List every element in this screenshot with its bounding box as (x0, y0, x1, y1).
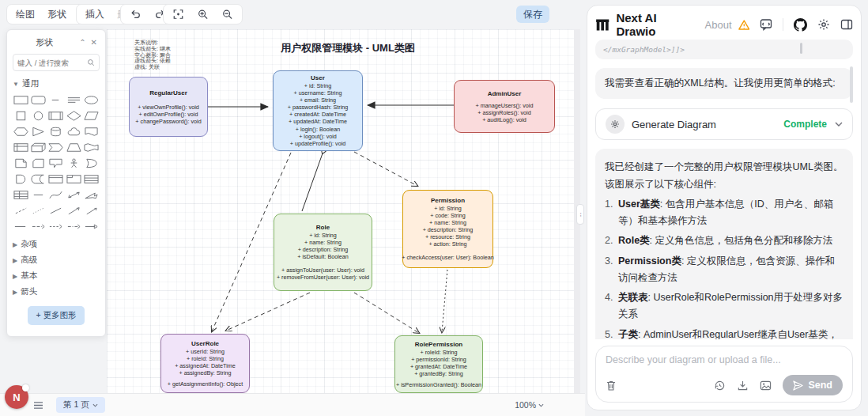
download-icon[interactable] (737, 380, 749, 391)
collapse-icon[interactable]: ⌃ (77, 38, 88, 47)
zoom-out-icon[interactable] (216, 6, 239, 22)
shape-text-icon[interactable] (48, 93, 64, 107)
shape-rectangle-icon[interactable] (13, 93, 28, 107)
pages-menu-icon[interactable] (33, 401, 43, 410)
shape-internal-storage-icon[interactable] (13, 141, 28, 154)
shape-process-icon[interactable] (48, 109, 64, 123)
shape-card-icon[interactable] (30, 157, 46, 170)
shape-dotted-line-icon[interactable] (30, 204, 46, 217)
uml-class-userrole[interactable]: UserRole + userId: String + roleId: Stri… (160, 334, 250, 393)
section-general[interactable]: ▼通用 (13, 76, 100, 92)
shape-table-icon[interactable] (13, 188, 28, 202)
section-label: 杂项 (21, 239, 37, 250)
settings-gear-icon[interactable] (817, 18, 830, 31)
shape-diamond-icon[interactable] (66, 109, 81, 123)
section-advanced[interactable]: ▶高级 (13, 252, 100, 268)
shape-callout-icon[interactable] (48, 157, 64, 170)
shape-and-icon[interactable] (13, 172, 28, 186)
shape-bidirectional-arrow-icon[interactable] (66, 188, 81, 202)
warning-icon[interactable] (738, 20, 750, 30)
uml-class-permission[interactable]: Permission + id: String + code: String +… (402, 190, 493, 268)
shape-trapezoid-icon[interactable] (66, 141, 81, 154)
shape-cloud-icon[interactable] (66, 125, 81, 138)
shape-line-icon[interactable] (48, 204, 64, 217)
shape-curve-icon[interactable] (48, 188, 64, 202)
page-tab[interactable]: 第 1 页 (56, 397, 105, 413)
feedback-icon[interactable] (760, 18, 772, 31)
shape-cylinder-icon[interactable] (48, 125, 64, 138)
shape-step-icon[interactable] (48, 141, 64, 154)
shape-triangle-icon[interactable] (30, 125, 46, 138)
shape-dashed-arrow-icon[interactable] (30, 220, 46, 233)
uml-class-regularuser[interactable]: RegularUser + viewOwnProfile(): void + e… (129, 77, 208, 137)
tool-call-card[interactable]: Generate Diagram Complete (595, 108, 853, 140)
menu-draw[interactable]: 绘图 (10, 6, 40, 24)
about-link[interactable]: About (705, 19, 732, 31)
section-arrows[interactable]: ▶箭头 (13, 284, 100, 300)
undo-icon[interactable] (124, 6, 147, 22)
shape-directional-arrow-icon[interactable] (66, 204, 81, 217)
image-icon[interactable] (760, 380, 772, 391)
shape-ellipse-icon[interactable] (84, 93, 100, 107)
uml-class-role[interactable]: Role + id: String + name: String + descr… (274, 214, 372, 291)
uml-class-adminuser[interactable]: AdminUser + manageUsers(): void + assign… (454, 80, 555, 133)
shape-note-icon[interactable] (13, 157, 28, 170)
zoom-level-control[interactable]: 100% (515, 400, 544, 410)
panel-toggle-icon[interactable] (840, 18, 853, 31)
history-icon[interactable] (714, 380, 726, 391)
fit-page-icon[interactable] (167, 6, 190, 22)
chevron-down-icon[interactable] (835, 122, 843, 127)
shape-square-icon[interactable] (13, 109, 28, 123)
shape-parallelogram-icon[interactable] (84, 109, 100, 123)
shape-dashed-arrow-2-icon[interactable] (48, 220, 64, 233)
shape-search-input[interactable] (17, 59, 87, 67)
class-attr: + email: String (300, 96, 336, 104)
shape-actor-icon[interactable] (66, 157, 81, 170)
more-shapes-button[interactable]: + 更多图形 (28, 306, 84, 325)
shape-dashdot-arrow-icon[interactable] (66, 220, 81, 233)
shape-search[interactable] (13, 54, 100, 71)
menu-shape[interactable]: 形状 (42, 6, 72, 24)
assistant-message: 我需要查看正确的XML结构。让我使用更简单的格式: (595, 68, 853, 99)
code-scrollbar-thumb[interactable] (800, 43, 802, 54)
uml-class-user[interactable]: User + id: String + username: String + e… (273, 70, 363, 151)
prompt-input[interactable] (606, 354, 843, 365)
shape-list-icon[interactable] (84, 172, 100, 186)
shape-thin-arrow-icon[interactable] (84, 204, 100, 217)
shape-arrow-icon[interactable] (84, 188, 100, 202)
shape-solid-arrow-icon[interactable] (84, 220, 100, 233)
chat-header: Next AI Drawio About (595, 13, 853, 36)
avatar[interactable]: N (5, 385, 28, 409)
shape-or-icon[interactable] (84, 157, 100, 170)
section-misc[interactable]: ▶杂项 (13, 236, 100, 252)
class-attr: + assignedBy: String (179, 369, 231, 376)
shape-textbox-icon[interactable] (66, 93, 81, 107)
shape-data-storage-icon[interactable] (30, 172, 46, 186)
shape-circle-icon[interactable] (30, 109, 46, 123)
shape-container-icon[interactable] (48, 172, 64, 186)
uml-class-rolepermission[interactable]: RolePermission + roleId: String + permis… (394, 335, 483, 393)
send-button[interactable]: Send (783, 375, 843, 395)
close-icon[interactable]: ✕ (89, 38, 100, 47)
shape-horizontal-line-icon[interactable] (30, 188, 46, 202)
shape-dashed-line-icon[interactable] (13, 204, 28, 217)
github-icon[interactable] (794, 18, 807, 32)
insert-button[interactable]: 插入 (80, 6, 110, 24)
relationship-legend: 关系说明: 实线箭头: 继承 空心菱形: 聚合 虚线箭头: 依赖 虚线: 关联 (134, 40, 171, 70)
shape-frame-icon[interactable] (66, 172, 81, 186)
shape-document-icon[interactable] (84, 125, 100, 138)
class-name: User (311, 74, 325, 81)
trash-icon[interactable] (606, 380, 617, 391)
shape-rounded-rectangle-icon[interactable] (30, 93, 46, 107)
shape-tape-icon[interactable] (84, 141, 100, 154)
chat-scrollbar-thumb[interactable] (850, 66, 853, 103)
chat-scroll-area[interactable]: </mxGraphModel>]]> 我需要查看正确的XML结构。让我使用更简单… (595, 40, 853, 339)
save-button[interactable]: 保存 (516, 6, 549, 23)
xml-code-snippet[interactable]: </mxGraphModel>]]> (595, 40, 853, 59)
shape-hexagon-icon[interactable] (13, 125, 28, 138)
panel-resize-handle[interactable]: ⁞ (576, 204, 584, 225)
shape-bold-link-icon[interactable] (13, 220, 28, 233)
zoom-in-icon[interactable] (191, 6, 214, 22)
section-basic[interactable]: ▶基本 (13, 268, 100, 284)
shape-cube-icon[interactable] (30, 141, 46, 154)
